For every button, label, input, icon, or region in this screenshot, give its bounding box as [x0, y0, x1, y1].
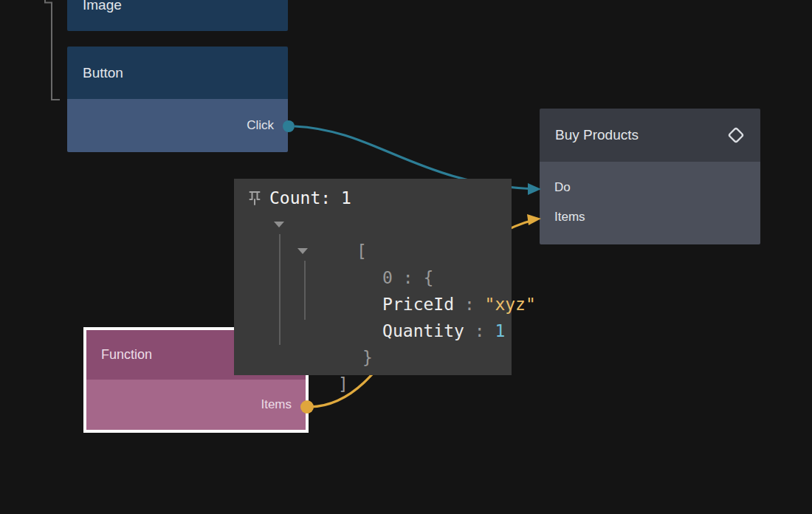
button-output-click[interactable]: Click: [67, 99, 288, 152]
pin-icon[interactable]: [248, 191, 261, 205]
items-input-label: Items: [554, 210, 585, 225]
tree-guide-line: [279, 234, 281, 345]
tree-row-quantity: Quantity : 1: [321, 291, 505, 318]
popup-count-label: Count: 1: [269, 188, 351, 208]
node-image[interactable]: Image: [67, 0, 288, 31]
tree-row-priceid: PriceId : "xyz": [321, 264, 536, 291]
buy-products-input-items[interactable]: Items: [540, 202, 760, 232]
tree-row-array-close: ]: [277, 344, 348, 371]
node-buy-products-title: Buy Products: [555, 127, 639, 143]
node-image-header: Image: [67, 0, 288, 31]
node-graph-canvas[interactable]: Image Button Click Buy Products Do Items: [0, 0, 812, 514]
click-output-label: Click: [247, 118, 274, 133]
node-button-header: Button: [67, 47, 288, 99]
node-button[interactable]: Button Click: [67, 47, 288, 152]
diamond-icon: [725, 124, 747, 146]
collapse-arrow-icon[interactable]: [274, 222, 284, 227]
function-output-items[interactable]: Items: [86, 380, 306, 430]
tree-row-index: 0 : {: [321, 238, 433, 264]
node-buy-products-header: Buy Products: [540, 109, 760, 162]
node-button-title: Button: [83, 65, 123, 81]
hierarchy-connector-line: [45, 0, 60, 100]
node-buy-products-body: Do Items: [540, 162, 760, 244]
node-image-title: Image: [83, 0, 122, 13]
do-input-label: Do: [554, 180, 571, 195]
value-inspector-popup: Count: 1 [ 0 : { PriceId : "xyz" Quantit…: [234, 179, 512, 375]
node-function-title: Function: [101, 347, 152, 363]
buy-products-input-do[interactable]: Do: [540, 173, 760, 202]
tree-row-array-open: [: [295, 211, 367, 238]
node-buy-products[interactable]: Buy Products Do Items: [540, 109, 760, 244]
tree-row-object-close: }: [301, 318, 373, 344]
